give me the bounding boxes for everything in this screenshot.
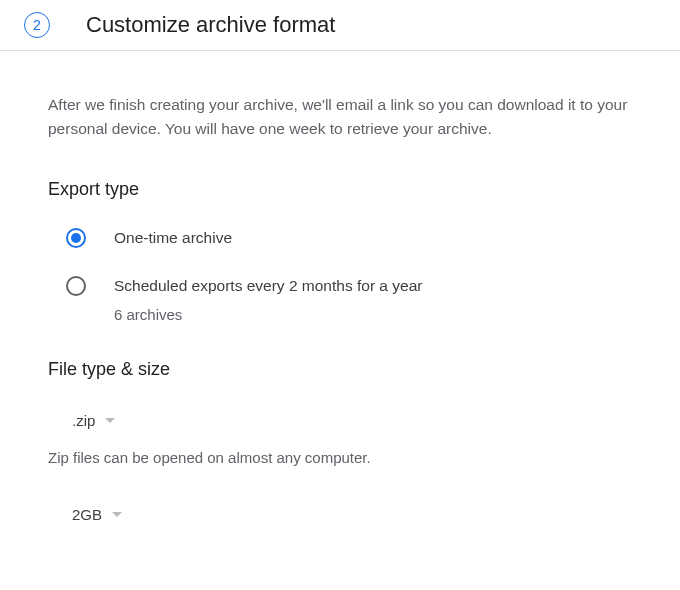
radio-unselected-icon	[66, 276, 86, 296]
radio-label-onetime: One-time archive	[114, 229, 232, 247]
page-title: Customize archive format	[86, 12, 335, 38]
step-header: 2 Customize archive format	[0, 0, 680, 51]
export-type-title: Export type	[48, 179, 632, 200]
description-text: After we finish creating your archive, w…	[48, 93, 632, 141]
export-type-onetime[interactable]: One-time archive	[48, 228, 632, 248]
file-size-value: 2GB	[72, 506, 102, 523]
radio-selected-icon	[66, 228, 86, 248]
file-type-size-title: File type & size	[48, 359, 632, 380]
file-type-dropdown[interactable]: .zip	[66, 408, 121, 433]
file-type-value: .zip	[72, 412, 95, 429]
radio-sublabel-scheduled: 6 archives	[114, 306, 632, 323]
content-area: After we finish creating your archive, w…	[0, 51, 680, 527]
export-type-scheduled[interactable]: Scheduled exports every 2 months for a y…	[48, 276, 632, 296]
file-size-dropdown[interactable]: 2GB	[66, 502, 128, 527]
chevron-down-icon	[105, 418, 115, 423]
file-type-hint: Zip files can be opened on almost any co…	[48, 449, 632, 466]
step-number-badge: 2	[24, 12, 50, 38]
step-number: 2	[33, 17, 41, 33]
chevron-down-icon	[112, 512, 122, 517]
radio-label-scheduled: Scheduled exports every 2 months for a y…	[114, 277, 422, 295]
